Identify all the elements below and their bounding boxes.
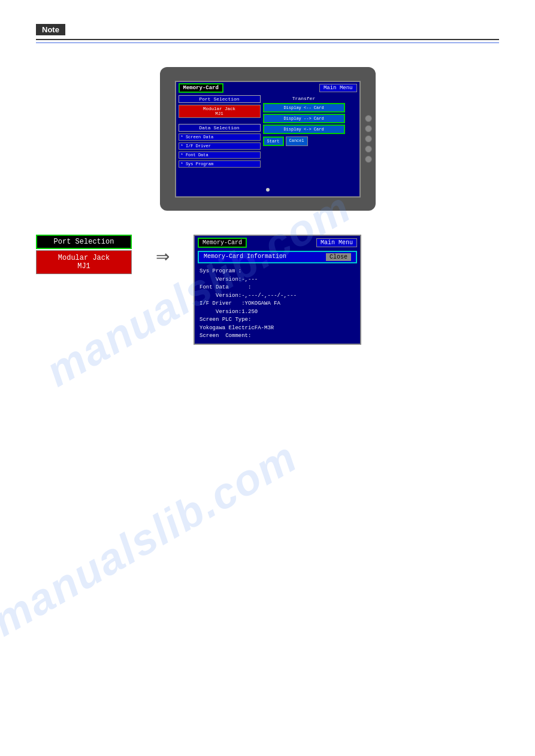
device-container: Memory-Card Main Menu Port Selection Mod… xyxy=(0,67,535,211)
screen-data-btn[interactable]: * Screen Data xyxy=(179,133,261,141)
info-line-3: Version:-,---/-,---/-,--- xyxy=(200,292,355,300)
sys-program-btn[interactable]: * Sys Program xyxy=(179,160,261,168)
font-data-btn[interactable]: * Font Data xyxy=(179,151,261,159)
mc-info-close-btn[interactable]: Close xyxy=(326,253,351,261)
arrow-icon: ⇒ xyxy=(156,247,170,266)
mc-info-mainmenu: Main Menu xyxy=(316,238,357,247)
mc-info-header: Memory-Card Main Menu xyxy=(195,236,360,250)
port-selection-widget: Port Selection Modular Jack MJ1 xyxy=(36,235,132,274)
port-selection-label: Port Selection xyxy=(179,95,261,103)
info-line-2: Font Data : xyxy=(200,284,355,292)
transfer-label: Transfer xyxy=(263,95,345,102)
mc-info-screen: Memory-Card Main Menu Memory-Card Inform… xyxy=(194,235,361,345)
start-btn[interactable]: Start xyxy=(263,136,284,146)
display-to-card-btn[interactable]: Display --> Card xyxy=(263,114,345,123)
info-line-7: Yokogawa ElectricFA-M3R xyxy=(200,324,355,333)
device-led xyxy=(266,188,270,192)
data-selection-label: Data Selection xyxy=(179,124,261,132)
info-line-4: I/F Driver :YOKOGAWA FA xyxy=(200,300,355,308)
info-line-6: Screen PLC Type: xyxy=(200,316,355,324)
info-line-5: Version:1.250 xyxy=(200,308,355,317)
display-both-btn[interactable]: Display <-> Card xyxy=(263,125,345,134)
screen-right-col: Transfer Display <-- Card Display --> Ca… xyxy=(263,95,357,195)
side-btn-5[interactable] xyxy=(365,156,372,163)
mc-info-subtitle-bar: Memory-Card Information Close xyxy=(198,251,357,263)
screen-header: Memory-Card Main Menu xyxy=(176,82,359,94)
device-screen: Memory-Card Main Menu Port Selection Mod… xyxy=(175,81,361,198)
ps-port-btn[interactable]: Modular Jack MJ1 xyxy=(36,250,132,274)
arrow-container: ⇒ xyxy=(156,235,170,266)
info-line-0: Sys Program : xyxy=(200,268,355,276)
mc-info-title: Memory-Card xyxy=(198,238,247,248)
side-btn-1[interactable] xyxy=(365,115,372,122)
modular-jack-btn[interactable]: Modular Jack MJ1 xyxy=(179,105,261,118)
header-divider-blue xyxy=(36,42,499,43)
info-line-8: Screen Comment: xyxy=(200,332,355,341)
bottom-section: Port Selection Modular Jack MJ1 ⇒ Memory… xyxy=(0,235,535,345)
screen-title: Memory-Card xyxy=(179,83,223,93)
display-from-card-btn[interactable]: Display <-- Card xyxy=(263,103,345,113)
mc-info-content: Sys Program : Version:-,--- Font Data : … xyxy=(195,265,360,344)
info-line-1: Version:-,--- xyxy=(200,276,355,284)
watermark-text-2: manualslib.com xyxy=(0,432,306,645)
header-section: Note xyxy=(0,0,535,67)
screen-left-col: Port Selection Modular Jack MJ1 Data Sel… xyxy=(179,95,261,195)
side-btn-4[interactable] xyxy=(365,145,372,153)
header-tag: Note xyxy=(36,24,65,35)
transfer-section: Transfer Display <-- Card Display --> Ca… xyxy=(263,95,345,146)
screen-mainmenu: Main Menu xyxy=(319,84,357,92)
start-cancel-row: Start Cancel xyxy=(263,136,345,146)
header-divider-main xyxy=(36,39,499,40)
cancel-btn[interactable]: Cancel xyxy=(286,136,308,146)
side-btn-3[interactable] xyxy=(365,135,372,142)
side-btn-2[interactable] xyxy=(365,125,372,132)
device-side-buttons xyxy=(365,115,372,163)
ps-title: Port Selection xyxy=(36,235,132,249)
device-body: Memory-Card Main Menu Port Selection Mod… xyxy=(160,67,376,211)
if-driver-btn[interactable]: * I/F Driver xyxy=(179,142,261,150)
screen-body: Port Selection Modular Jack MJ1 Data Sel… xyxy=(176,94,359,196)
